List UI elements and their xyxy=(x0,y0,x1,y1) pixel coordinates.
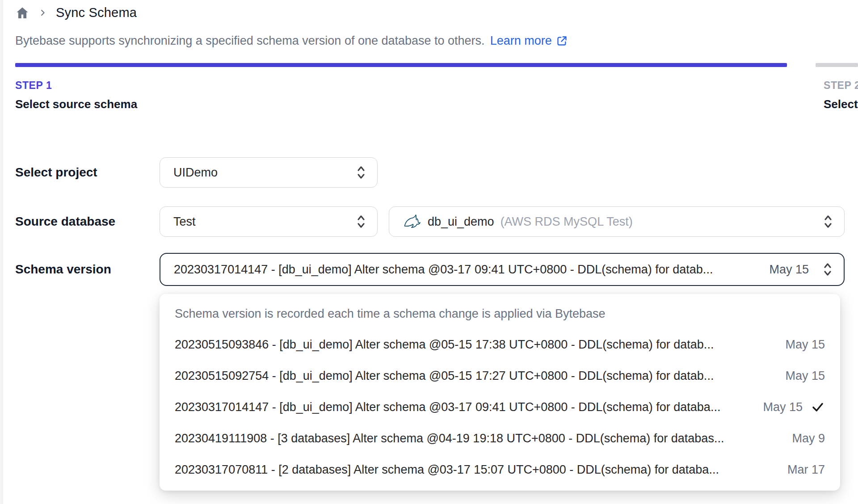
environment-select-value: Test xyxy=(173,215,196,229)
step2-title: Select t xyxy=(824,97,858,111)
check-icon xyxy=(811,400,825,414)
step1-label: STEP 1 xyxy=(15,80,137,92)
chevron-up-down-icon xyxy=(821,214,835,229)
schema-version-option[interactable]: 20230419111908 - [3 databases] Alter sch… xyxy=(160,423,840,454)
schema-version-select-date: May 15 xyxy=(769,263,809,277)
mysql-dolphin-icon xyxy=(403,213,421,230)
schema-version-option[interactable]: 20230317014147 - [db_ui_demo] Alter sche… xyxy=(160,391,840,423)
option-date: May 9 xyxy=(792,432,825,445)
description-text: Bytebase supports synchronizing a specif… xyxy=(15,34,485,48)
chevron-up-down-icon xyxy=(821,262,834,277)
source-database-row: Source database Test db_ui_demo (AWS RDS… xyxy=(15,206,845,237)
schema-version-option[interactable]: 20230515092754 - [db_ui_demo] Alter sche… xyxy=(160,360,840,391)
step1-progress-bar xyxy=(15,63,787,67)
step1-title: Select source schema xyxy=(15,97,137,111)
database-select-detail: (AWS RDS MySQL Test) xyxy=(500,215,633,229)
schema-version-row: Schema version 20230317014147 - [db_ui_d… xyxy=(15,253,845,286)
schema-version-dropdown: Schema version is recorded each time a s… xyxy=(160,294,840,491)
home-icon[interactable] xyxy=(15,6,29,20)
content-left-edge xyxy=(0,0,3,504)
source-database-label: Source database xyxy=(15,214,160,229)
database-select[interactable]: db_ui_demo (AWS RDS MySQL Test) xyxy=(389,206,845,237)
external-link-icon xyxy=(556,35,568,47)
select-project-label: Select project xyxy=(15,165,160,180)
page-title: Sync Schema xyxy=(56,5,137,20)
schema-version-options: 20230515093846 - [db_ui_demo] Alter sche… xyxy=(160,329,840,485)
schema-version-select-value: 20230317014147 - [db_ui_demo] Alter sche… xyxy=(174,263,759,277)
option-text: 20230515092754 - [db_ui_demo] Alter sche… xyxy=(175,369,774,383)
project-select[interactable]: UIDemo xyxy=(160,157,378,188)
database-select-name: db_ui_demo xyxy=(428,215,494,229)
schema-version-hint: Schema version is recorded each time a s… xyxy=(160,298,840,329)
schema-version-option[interactable]: 20230317070811 - [2 databases] Alter sch… xyxy=(160,454,840,485)
step2-label: STEP 2 xyxy=(824,80,858,92)
environment-select[interactable]: Test xyxy=(160,206,378,237)
option-text: 20230317070811 - [2 databases] Alter sch… xyxy=(175,463,776,477)
project-select-value: UIDemo xyxy=(173,166,218,180)
option-text: 20230515093846 - [db_ui_demo] Alter sche… xyxy=(175,338,774,352)
step2-progress-bar xyxy=(816,63,858,67)
step2-header: STEP 2 Select t xyxy=(824,80,858,111)
chevron-up-down-icon xyxy=(354,214,368,229)
chevron-up-down-icon xyxy=(354,165,368,180)
breadcrumb: Sync Schema xyxy=(15,5,137,20)
schema-version-label: Schema version xyxy=(15,262,160,277)
option-date: May 15 xyxy=(785,338,825,352)
option-date: May 15 xyxy=(785,369,825,383)
option-text: 20230419111908 - [3 databases] Alter sch… xyxy=(175,432,780,445)
learn-more-label: Learn more xyxy=(490,34,552,48)
page-description: Bytebase supports synchronizing a specif… xyxy=(15,34,568,48)
schema-version-select[interactable]: 20230317014147 - [db_ui_demo] Alter sche… xyxy=(160,253,845,286)
option-text: 20230317014147 - [db_ui_demo] Alter sche… xyxy=(175,400,751,414)
learn-more-link[interactable]: Learn more xyxy=(490,34,568,48)
step1-header: STEP 1 Select source schema xyxy=(15,80,137,111)
schema-version-option[interactable]: 20230515093846 - [db_ui_demo] Alter sche… xyxy=(160,329,840,360)
option-date: May 15 xyxy=(763,400,803,414)
select-project-row: Select project UIDemo xyxy=(15,157,378,188)
chevron-right-icon xyxy=(38,8,47,17)
option-date: Mar 17 xyxy=(787,463,825,477)
